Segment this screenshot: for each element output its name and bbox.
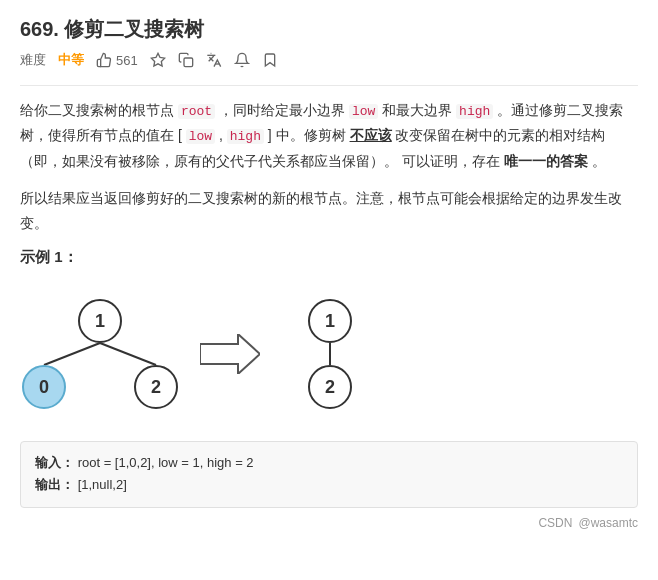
desc-code-low2: low bbox=[186, 129, 215, 144]
difficulty-value: 中等 bbox=[58, 51, 84, 69]
code-block: 输入： root = [1,0,2], low = 1, high = 2 输出… bbox=[20, 441, 638, 507]
desc-code-root: root bbox=[178, 104, 215, 119]
output-label: 输出： bbox=[35, 477, 74, 492]
author-label: @wasamtc bbox=[578, 516, 638, 530]
output-value: [1,null,2] bbox=[78, 477, 127, 492]
input-label: 输入： bbox=[35, 455, 74, 470]
svg-line-2 bbox=[44, 343, 100, 365]
translate-icon bbox=[206, 52, 222, 68]
svg-rect-1 bbox=[184, 58, 193, 67]
desc-not-should: 不应该 bbox=[350, 127, 392, 143]
desc-text-3: 和最大边界 bbox=[382, 102, 456, 118]
right-tree: 1 2 bbox=[280, 289, 380, 419]
meta-row: 难度 中等 561 bbox=[20, 51, 638, 69]
arrow-container bbox=[200, 334, 260, 374]
diagram-area: 1 0 2 1 2 bbox=[20, 279, 638, 429]
thumbs-up-icon bbox=[96, 52, 112, 68]
desc-p2-text: 所以结果应当返回修剪好的二叉搜索树的新的根节点。注意，根节点可能会根据给定的边界… bbox=[20, 190, 622, 231]
left-tree: 1 0 2 bbox=[20, 289, 180, 419]
description-p2: 所以结果应当返回修剪好的二叉搜索树的新的根节点。注意，根节点可能会根据给定的边界… bbox=[20, 186, 638, 236]
svg-marker-0 bbox=[151, 53, 164, 66]
example-title: 示例 1： bbox=[20, 248, 638, 267]
arrow-icon bbox=[200, 334, 260, 374]
input-value: root = [1,0,2], low = 1, high = 2 bbox=[78, 455, 254, 470]
desc-text-1: 给你二叉搜索树的根节点 bbox=[20, 102, 178, 118]
like-count: 561 bbox=[116, 53, 138, 68]
page-title: 669. 修剪二叉搜索树 bbox=[20, 16, 638, 43]
desc-text-5: , bbox=[219, 127, 227, 143]
star-icon-group[interactable] bbox=[150, 52, 166, 68]
description-p1: 给你二叉搜索树的根节点 root ，同时给定最小边界 low 和最大边界 hig… bbox=[20, 98, 638, 174]
page: 669. 修剪二叉搜索树 难度 中等 561 bbox=[0, 0, 658, 546]
desc-unique: 唯一一的答案 bbox=[504, 153, 588, 169]
input-line: 输入： root = [1,0,2], low = 1, high = 2 bbox=[35, 452, 623, 474]
desc-code-low: low bbox=[349, 104, 378, 119]
share-icon bbox=[178, 52, 194, 68]
svg-marker-4 bbox=[200, 334, 260, 374]
bookmark-icon bbox=[262, 52, 278, 68]
bell-icon bbox=[234, 52, 250, 68]
desc-text-2: ，同时给定最小边界 bbox=[219, 102, 349, 118]
bookmark-icon-group[interactable] bbox=[262, 52, 278, 68]
bell-icon-group[interactable] bbox=[234, 52, 250, 68]
desc-text-8: 。 bbox=[592, 153, 606, 169]
share-icon-group[interactable] bbox=[178, 52, 194, 68]
divider-top bbox=[20, 85, 638, 86]
difficulty-label: 难度 bbox=[20, 51, 46, 69]
star-icon bbox=[150, 52, 166, 68]
translate-icon-group[interactable] bbox=[206, 52, 222, 68]
footer-row: CSDN @wasamtc bbox=[20, 516, 638, 530]
desc-code-high: high bbox=[456, 104, 493, 119]
output-line: 输出： [1,null,2] bbox=[35, 474, 623, 496]
like-icon-group[interactable]: 561 bbox=[96, 52, 138, 68]
svg-line-3 bbox=[100, 343, 156, 365]
desc-code-high2: high bbox=[227, 129, 264, 144]
source-label: CSDN bbox=[538, 516, 572, 530]
desc-text-6: ] 中。修剪树 bbox=[268, 127, 350, 143]
